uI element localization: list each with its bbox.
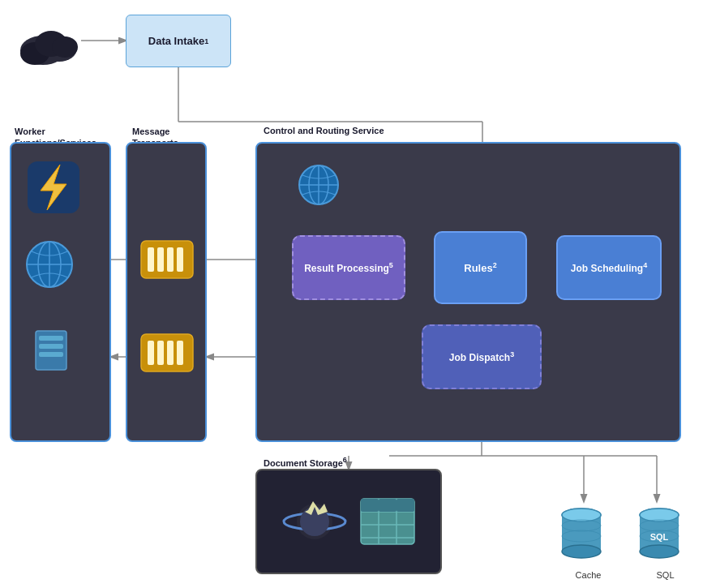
job-dispatch-box: Job Dispatch3 bbox=[422, 324, 542, 389]
queue-top-icon bbox=[139, 239, 195, 280]
svg-rect-36 bbox=[39, 352, 63, 357]
document-storage-label: Document Storage6 bbox=[264, 456, 347, 468]
result-processing-sup: 5 bbox=[389, 261, 393, 269]
saturn-icon bbox=[282, 489, 347, 554]
message-transports-panel bbox=[126, 142, 207, 442]
job-dispatch-sup: 3 bbox=[510, 350, 514, 358]
sql-label: SQL bbox=[643, 570, 688, 580]
data-intake-box: Data Intake1 bbox=[126, 15, 231, 67]
job-scheduling-box: Job Scheduling4 bbox=[556, 235, 662, 300]
svg-rect-43 bbox=[148, 341, 154, 365]
data-intake-sup: 1 bbox=[204, 37, 208, 45]
cloud-icon bbox=[15, 18, 79, 62]
svg-rect-46 bbox=[177, 341, 183, 365]
control-routing-label: Control and Routing Service bbox=[264, 126, 384, 135]
rules-sup: 2 bbox=[493, 261, 497, 269]
svg-rect-38 bbox=[148, 247, 154, 272]
svg-text:SQL: SQL bbox=[650, 532, 669, 542]
svg-rect-45 bbox=[167, 341, 174, 365]
lightning-icon bbox=[24, 158, 83, 217]
svg-rect-35 bbox=[39, 344, 63, 349]
cache-label: Cache bbox=[566, 570, 611, 580]
job-scheduling-sup: 4 bbox=[643, 261, 647, 269]
svg-rect-34 bbox=[39, 336, 63, 341]
rules-label: Rules bbox=[464, 262, 492, 274]
diagram-container: Data Intake1 WorkerFunctions/Services Me… bbox=[0, 0, 703, 588]
document-storage-panel bbox=[255, 469, 442, 574]
svg-rect-44 bbox=[157, 341, 164, 365]
result-processing-label: Result Processing bbox=[304, 263, 389, 274]
svg-rect-41 bbox=[177, 247, 183, 272]
result-processing-box: Result Processing5 bbox=[292, 235, 405, 300]
job-scheduling-label: Job Scheduling bbox=[571, 263, 643, 274]
rules-box: Rules2 bbox=[434, 231, 527, 304]
svg-rect-62 bbox=[379, 499, 397, 512]
svg-point-66 bbox=[562, 545, 601, 558]
data-intake-label: Data Intake bbox=[148, 35, 204, 47]
svg-rect-40 bbox=[167, 247, 174, 272]
network-worker-icon bbox=[20, 235, 79, 294]
svg-rect-39 bbox=[157, 247, 164, 272]
queue-bottom-icon bbox=[139, 333, 195, 373]
storage-worker-icon bbox=[34, 324, 68, 371]
svg-rect-61 bbox=[361, 499, 379, 512]
table-icon bbox=[359, 497, 416, 546]
svg-point-26 bbox=[52, 36, 78, 58]
sql-db: SQL bbox=[637, 503, 682, 568]
cache-db bbox=[559, 503, 604, 568]
svg-rect-63 bbox=[397, 499, 414, 512]
network-control-icon bbox=[294, 161, 343, 209]
job-dispatch-label: Job Dispatch bbox=[449, 352, 510, 363]
svg-point-72 bbox=[640, 545, 679, 558]
